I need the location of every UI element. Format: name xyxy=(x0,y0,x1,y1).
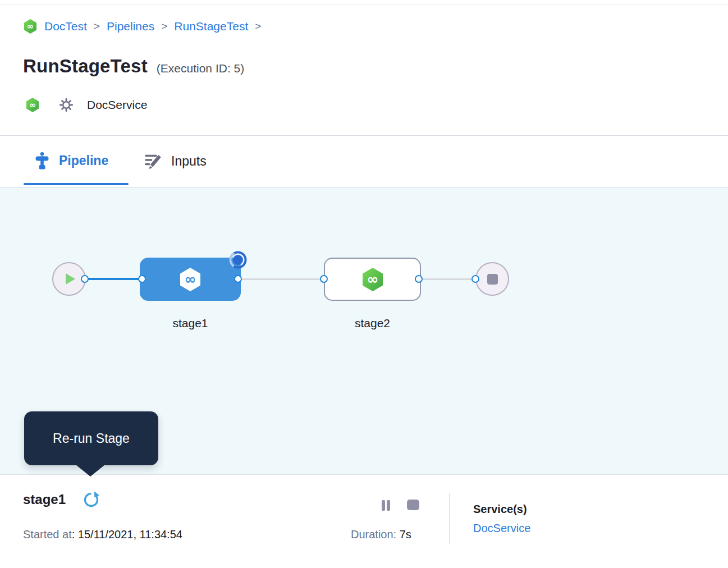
service-name: DocService xyxy=(87,98,147,112)
harness-hexagon-icon: ∞ xyxy=(22,19,38,34)
port xyxy=(81,275,89,283)
breadcrumb-item-pipeline-name[interactable]: RunStageTest xyxy=(174,20,248,33)
pause-icon xyxy=(382,500,385,511)
port xyxy=(471,275,479,283)
stop-icon xyxy=(487,274,498,285)
duration-value: 7s xyxy=(400,528,411,540)
pipeline-canvas[interactable]: ∞ ∞ stage1 stage2 Re-run Stage xyxy=(0,187,728,474)
port xyxy=(320,275,328,283)
tooltip-label: Re-run Stage xyxy=(53,431,130,446)
breadcrumb-item-project[interactable]: DocTest xyxy=(44,20,87,33)
page-title: RunStageTest xyxy=(23,56,148,77)
header-divider xyxy=(0,135,728,136)
edge-stage2-end xyxy=(419,278,476,280)
execution-id: (Execution ID: 5) xyxy=(157,62,244,75)
stage-node-stage1[interactable]: ∞ xyxy=(140,258,241,301)
svg-text:∞: ∞ xyxy=(367,271,378,287)
breadcrumb: ∞ DocTest > Pipelines > RunStageTest > xyxy=(22,19,262,34)
rerun-icon xyxy=(82,490,101,509)
stage-label: stage2 xyxy=(324,317,421,330)
rerun-stage-button[interactable] xyxy=(82,490,101,511)
footer-divider xyxy=(449,493,450,544)
service-summary: ∞ DocService xyxy=(25,97,147,113)
svg-text:∞: ∞ xyxy=(27,21,34,31)
end-node xyxy=(475,262,509,296)
title-row: RunStageTest (Execution ID: 5) xyxy=(23,56,244,77)
svg-text:∞: ∞ xyxy=(185,271,196,287)
port xyxy=(234,275,242,283)
harness-hexagon-icon: ∞ xyxy=(25,97,40,113)
spinner-icon xyxy=(228,250,248,272)
pause-button[interactable] xyxy=(382,500,390,511)
pause-icon xyxy=(387,500,390,511)
abort-button[interactable] xyxy=(407,500,419,510)
breadcrumb-separator: > xyxy=(93,20,100,33)
service-link[interactable]: DocService xyxy=(473,522,530,535)
svg-text:∞: ∞ xyxy=(29,100,36,110)
pipeline-icon xyxy=(35,152,49,170)
stage-node-stage2[interactable]: ∞ xyxy=(324,258,421,301)
edge-start-stage1 xyxy=(85,278,143,280)
breadcrumb-separator: > xyxy=(254,20,262,33)
stage-hexagon-icon: ∞ xyxy=(360,267,386,292)
started-at-value: : 15/11/2021, 11:34:54 xyxy=(72,528,182,540)
services-label: Service(s) xyxy=(473,503,527,516)
active-tab-underline xyxy=(24,183,129,185)
breadcrumb-item-pipelines[interactable]: Pipelines xyxy=(107,20,154,33)
port xyxy=(138,275,146,283)
window-top-divider xyxy=(0,4,728,5)
rerun-stage-tooltip: Re-run Stage xyxy=(24,411,158,465)
stage-label: stage1 xyxy=(140,317,241,330)
stage-details-bar: stage1 Started at: 15/11/2021, 11:34:54 … xyxy=(0,474,728,568)
tab-pipeline-label: Pipeline xyxy=(59,153,108,168)
tab-inputs[interactable]: Inputs xyxy=(144,152,207,170)
started-at-label: Started at xyxy=(23,528,72,540)
started-at: Started at: 15/11/2021, 11:34:54 xyxy=(23,528,182,541)
footer-stage-name: stage1 xyxy=(23,492,66,507)
play-icon xyxy=(66,273,75,285)
duration: Duration: 7s xyxy=(351,528,411,541)
stage-hexagon-icon: ∞ xyxy=(177,267,203,292)
edge-stage1-stage2 xyxy=(238,278,324,280)
port xyxy=(415,275,423,283)
tab-inputs-label: Inputs xyxy=(171,154,207,169)
inputs-icon xyxy=(144,152,163,170)
gear-icon xyxy=(59,98,74,112)
breadcrumb-separator: > xyxy=(161,20,168,33)
duration-label: Duration: xyxy=(351,528,400,540)
tab-pipeline[interactable]: Pipeline xyxy=(35,152,108,170)
